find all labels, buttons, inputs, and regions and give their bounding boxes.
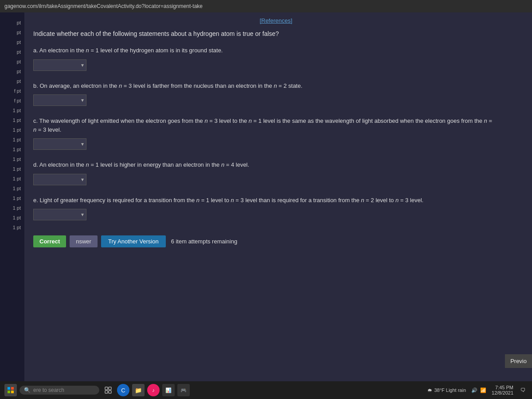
time-display[interactable]: 7:45 PM 12/8/2021 [492,385,513,395]
attempts-text: 6 item attempts remaining [171,238,238,245]
sidebar-pt-17: 1 pt [2,173,23,183]
answer-button[interactable]: nswer [70,235,98,247]
sidebar-pt-9: f pt [2,95,23,105]
svg-rect-6 [105,391,108,393]
select-wrapper-e[interactable]: True False [33,209,86,220]
search-placeholder: ere to search [33,387,64,393]
sidebar-pt-12: 1 pt [2,124,23,134]
sidebar-pt-10: 1 pt [2,105,23,114]
svg-rect-4 [105,387,108,390]
browser-url-bar: gagenow.com/ilrn/takeAssignment/takeCova… [0,0,532,12]
svg-rect-2 [8,391,10,393]
sidebar-pt-20: 1 pt [2,202,23,212]
references-bar: [References] [33,17,519,24]
file-explorer-icon[interactable]: 📁 [132,384,145,396]
sub-question-d: d. An electron in the n = 1 level is hig… [33,160,519,188]
search-icon: 🔍 [24,387,31,393]
sub-question-b: b. On average, an electron in the n = 3 … [33,82,519,109]
sidebar-pt-4: pt [2,46,23,56]
previous-button-label: Previo [510,358,527,364]
music-icon[interactable]: ♪ [147,384,160,396]
sidebar-pt-3: pt [2,36,23,46]
try-another-button[interactable]: Try Another Version [101,235,166,247]
sidebar-pt-21: 1 pt [2,212,23,222]
sidebar-pt-8: f pt [2,85,23,95]
svg-rect-7 [109,391,111,393]
main-question: Indicate whether each of the following s… [33,30,519,37]
dropdown-c[interactable]: True False [33,138,86,150]
sidebar-pt-11: 1 pt [2,114,23,124]
browser-icon[interactable]: C [117,384,129,396]
sub-question-e-label: e. Light of greater frequency is require… [33,196,519,205]
svg-rect-1 [11,387,14,390]
app-icon-2[interactable]: 🎮 [177,384,190,396]
sub-question-c-label: c. The wavelength of light emitted when … [33,117,519,134]
system-tray: 🔊 📶 [471,387,486,393]
sidebar-pt-18: 1 pt [2,183,23,192]
dropdown-b[interactable]: True False [33,94,86,106]
dropdown-a[interactable]: True False [33,59,86,71]
date-text: 12/8/2021 [492,390,513,395]
weather-text: 38°F Light rain [434,387,466,393]
sidebar-pt-16: 1 pt [2,163,23,173]
taskbar-left: 🔍 ere to search C 📁 ♪ 📊 🎮 [4,384,190,396]
references-link[interactable]: [References] [260,17,293,24]
select-wrapper-a[interactable]: True False [33,59,86,71]
url-text: gagenow.com/ilrn/takeAssignment/takeCova… [4,3,203,9]
sidebar-pt-19: 1 pt [2,192,23,202]
sidebar: pt pt pt pt pt pt pt f pt f pt 1 pt 1 pt… [0,12,24,399]
select-wrapper-d[interactable]: True False [33,174,86,185]
sidebar-pt-1: pt [2,17,23,27]
sub-question-d-label: d. An electron in the n = 1 level is hig… [33,160,519,169]
sub-question-e: e. Light of greater frequency is require… [33,196,519,223]
sidebar-pt-22: 1 pt [2,222,23,231]
sidebar-pt-2: pt [2,27,23,36]
content-area: [References] Indicate whether each of th… [24,12,532,399]
weather-icon: 🌧 [427,387,432,393]
select-wrapper-b[interactable]: True False [33,94,86,106]
time-text: 7:45 PM [492,385,513,390]
svg-rect-5 [109,387,111,390]
volume-icon[interactable]: 🔊 [471,387,477,393]
taskbar-right: 🌧 38°F Light rain 🔊 📶 7:45 PM 12/8/2021 … [427,385,528,395]
svg-rect-0 [8,387,10,390]
sidebar-pt-7: pt [2,75,23,85]
sidebar-pt-13: 1 pt [2,134,23,144]
correct-button[interactable]: Correct [33,235,66,247]
svg-rect-3 [11,391,14,393]
sub-question-c: c. The wavelength of light emitted when … [33,117,519,153]
sub-question-a: a. An electron in the n = 1 level of the… [33,46,519,74]
app-icon-1[interactable]: 📊 [162,384,175,396]
taskbar: 🔍 ere to search C 📁 ♪ 📊 🎮 [0,381,532,399]
dropdown-d[interactable]: True False [33,174,86,185]
notification-icon[interactable]: 🗨 [519,386,528,395]
taskview-icon[interactable] [102,384,114,396]
action-bar: Correct nswer Try Another Version 6 item… [33,232,519,251]
sidebar-pt-14: 1 pt [2,144,23,153]
dropdown-e[interactable]: True False [33,209,86,220]
previous-button[interactable]: Previo [505,354,532,368]
network-icon[interactable]: 📶 [480,387,486,393]
sidebar-pt-15: 1 pt [2,153,23,163]
sidebar-pt-6: pt [2,66,23,75]
weather-info: 🌧 38°F Light rain [427,387,466,393]
select-wrapper-c[interactable]: True False [33,138,86,150]
search-bar[interactable]: 🔍 ere to search [20,386,99,395]
sub-question-b-label: b. On average, an electron in the n = 3 … [33,82,519,90]
sidebar-pt-5: pt [2,56,23,66]
sub-question-a-label: a. An electron in the n = 1 level of the… [33,46,519,55]
start-button[interactable] [4,384,17,396]
